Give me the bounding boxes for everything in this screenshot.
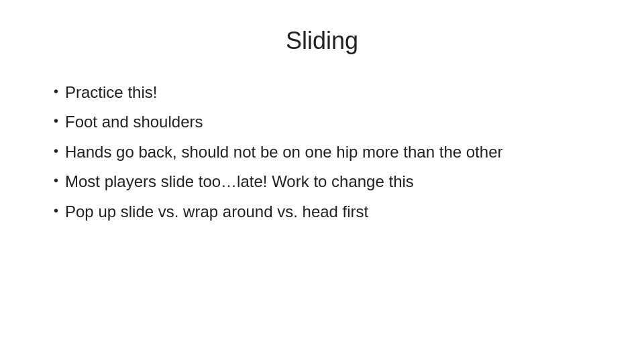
bullet-text: Pop up slide vs. wrap around vs. head fi… [65,201,368,223]
bullet-dot-icon: • [54,111,58,131]
bullet-item: •Foot and shoulders [54,111,604,133]
bullet-dot-icon: • [54,171,58,190]
bullet-item: •Pop up slide vs. wrap around vs. head f… [54,201,604,223]
bullet-dot-icon: • [54,201,58,221]
bullet-text: Most players slide too…late! Work to cha… [65,171,414,192]
bullet-text: Hands go back, should not be on one hip … [65,141,502,163]
bullet-item: •Most players slide too…late! Work to ch… [54,171,604,192]
bullet-item: •Hands go back, should not be on one hip… [54,141,604,163]
bullet-text: Foot and shoulders [65,111,203,133]
bullet-item: •Practice this! [54,82,604,103]
slide: Sliding •Practice this!•Foot and shoulde… [0,0,644,362]
title-area: Sliding [40,27,604,55]
bullet-list: •Practice this!•Foot and shoulders•Hands… [40,82,604,231]
bullet-dot-icon: • [54,82,58,101]
bullet-dot-icon: • [54,141,58,161]
bullet-text: Practice this! [65,82,157,103]
slide-title: Sliding [40,27,604,55]
